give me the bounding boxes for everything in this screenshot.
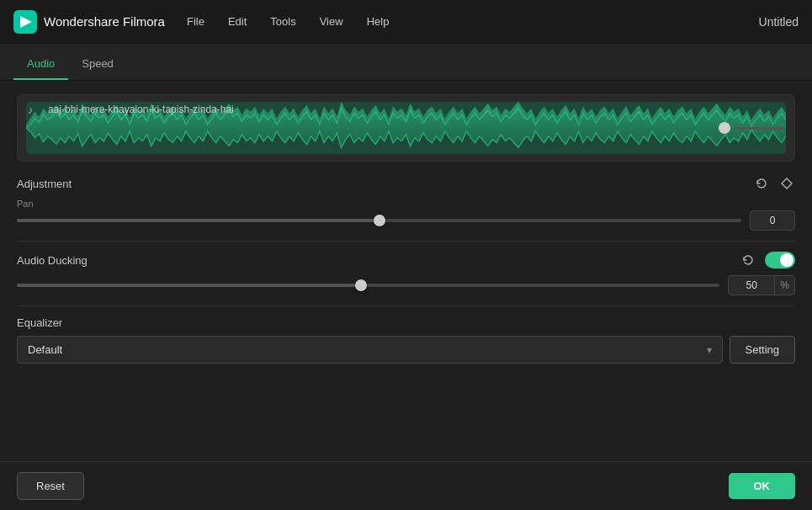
audio-ducking-label: Audio Ducking — [17, 254, 88, 267]
pan-slider-track[interactable] — [17, 219, 741, 222]
menu-help[interactable]: Help — [365, 12, 391, 31]
svg-marker-3 — [782, 178, 792, 189]
app-name: Wondershare Filmora — [44, 14, 165, 29]
pan-section: Pan 0 — [17, 199, 795, 231]
waveform-slider[interactable] — [719, 122, 784, 134]
ducking-slider-section: 50 % — [17, 275, 795, 295]
equalizer-row: Default ▾ Setting — [17, 336, 795, 364]
pan-label: Pan — [17, 199, 34, 209]
logo-icon — [13, 10, 37, 34]
divider-2 — [17, 305, 795, 306]
pan-value-box[interactable]: 0 — [750, 210, 795, 231]
footer-spacer — [17, 364, 795, 422]
equalizer-select[interactable]: Default ▾ — [17, 336, 723, 364]
ducking-slider-track[interactable] — [17, 284, 719, 287]
ducking-slider-row: 50 % — [17, 275, 795, 295]
logo-area: Wondershare Filmora — [13, 10, 165, 34]
waveform-container: ♪ aaj-bhi-mere-khayalon-ki-tapish-zinda-… — [17, 94, 795, 162]
audio-ducking-header: Audio Ducking — [17, 252, 795, 268]
waveform-filename: aaj-bhi-mere-khayalon-ki-tapish-zinda-ha… — [48, 104, 234, 115]
chevron-down-icon: ▾ — [707, 344, 712, 356]
pan-label-row: Pan — [17, 199, 795, 209]
menu-view[interactable]: View — [318, 12, 345, 31]
pan-slider-thumb[interactable] — [374, 215, 385, 226]
adjustment-header: Adjustment — [17, 175, 795, 192]
ok-button[interactable]: OK — [729, 473, 796, 499]
ducking-value-box[interactable]: 50 % — [728, 275, 795, 295]
adjustment-reset-icon[interactable] — [753, 175, 770, 192]
adjustment-keyframe-icon[interactable] — [778, 175, 795, 192]
ducking-value-num: 50 — [729, 276, 774, 295]
music-icon: ♪ — [28, 104, 43, 116]
audio-ducking-toggle-knob — [780, 253, 793, 267]
audio-ducking-toggle[interactable] — [765, 252, 795, 268]
pan-slider-fill — [17, 219, 379, 222]
pan-slider-row: 0 — [17, 210, 795, 231]
menu-tools[interactable]: Tools — [268, 12, 297, 31]
menu-file[interactable]: File — [185, 12, 206, 31]
waveform-track — [734, 127, 784, 130]
tab-speed[interactable]: Speed — [68, 49, 127, 80]
equalizer-selected-value: Default — [28, 343, 62, 356]
audio-ducking-icons — [740, 252, 795, 268]
waveform-knob[interactable] — [719, 122, 730, 134]
equalizer-section: Equalizer Default ▾ Setting — [17, 316, 795, 364]
reset-button[interactable]: Reset — [17, 472, 84, 500]
equalizer-setting-button[interactable]: Setting — [730, 336, 795, 364]
equalizer-label: Equalizer — [17, 316, 795, 329]
tab-audio[interactable]: Audio — [13, 49, 68, 80]
adjustment-label: Adjustment — [17, 178, 72, 190]
ducking-value-unit: % — [774, 276, 794, 295]
title-bar: Wondershare Filmora File Edit Tools View… — [0, 0, 812, 44]
adjustment-icons — [753, 175, 795, 192]
ducking-reset-icon[interactable] — [740, 252, 756, 268]
divider-1 — [17, 241, 795, 242]
tab-bar: Audio Speed — [0, 44, 812, 81]
title-label: Untitled — [759, 15, 799, 29]
menu-edit[interactable]: Edit — [226, 12, 248, 31]
footer: Reset OK — [0, 461, 812, 510]
ducking-slider-thumb[interactable] — [355, 279, 367, 291]
main-content: ♪ aaj-bhi-mere-khayalon-ki-tapish-zinda-… — [0, 81, 812, 510]
ducking-slider-fill — [17, 284, 361, 287]
menu-bar: File Edit Tools View Help — [185, 12, 759, 31]
